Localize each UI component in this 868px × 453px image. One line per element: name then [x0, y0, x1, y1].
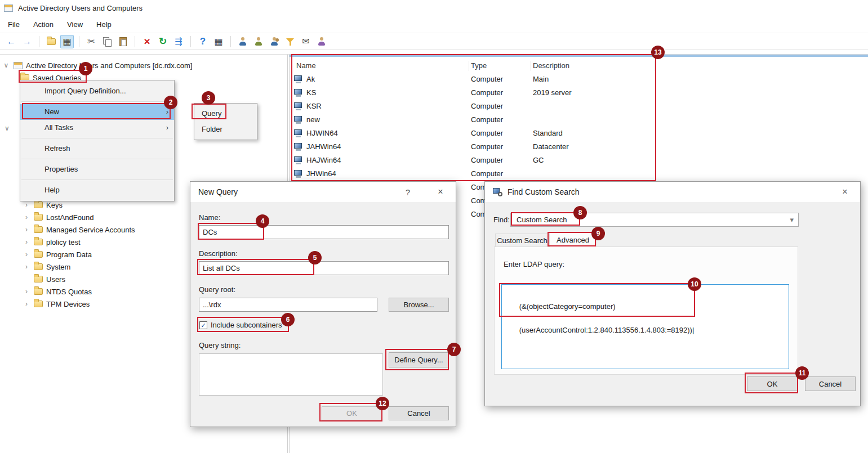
column-divider[interactable] [655, 61, 655, 71]
menu-action[interactable]: Action [26, 17, 60, 32]
delete-icon[interactable]: × [140, 35, 154, 48]
tree-node-label: System [46, 263, 70, 271]
name-input[interactable] [199, 225, 449, 239]
results-top-highlight [290, 55, 868, 57]
checkbox-check-icon[interactable]: ✓ [199, 321, 207, 329]
column-header-type[interactable]: Type [471, 59, 487, 73]
column-divider[interactable] [531, 61, 531, 71]
chevron-collapsed-icon[interactable]: › [23, 201, 30, 209]
cell-name: JAHWin64 [294, 140, 466, 154]
menu-item-properties[interactable]: Properties [20, 162, 174, 177]
find-ok-button[interactable]: OK [747, 376, 798, 391]
menu-item-help[interactable]: Help [20, 182, 174, 198]
person-glyph [239, 37, 247, 46]
find-type-value: Custom Search [517, 216, 567, 224]
toolbar-separator [135, 36, 135, 47]
results-row[interactable]: Ak Computer Main [290, 73, 868, 86]
cell-type: Computer [471, 100, 531, 113]
properties-icon[interactable]: ▦ [212, 35, 225, 48]
menu-item-refresh[interactable]: Refresh [20, 141, 174, 156]
menu-help[interactable]: Help [90, 17, 118, 32]
up-level-icon[interactable] [44, 35, 58, 48]
send-mail-icon[interactable]: ✉ [299, 35, 313, 48]
results-row[interactable]: KS Computer 2019 server [290, 86, 868, 100]
menu-item-label: Help [44, 186, 60, 194]
computer-icon [294, 75, 303, 83]
column-divider[interactable] [469, 61, 469, 71]
refresh-icon[interactable]: ↻ [156, 35, 170, 48]
dialog-help-button[interactable]: ? [401, 187, 415, 197]
include-subcontainers-label: Include subcontainers [211, 321, 282, 329]
cell-type: Computer [471, 127, 531, 140]
new-group-icon[interactable] [268, 35, 281, 48]
results-row[interactable]: HJWIN64 Computer Standard [290, 127, 868, 140]
ldap-query-textarea[interactable]: (&(objectCategory=computer) (userAccount… [501, 284, 789, 369]
back-icon[interactable]: ← [5, 35, 18, 48]
menu-item-label: All Tasks [44, 123, 73, 132]
copy-icon[interactable] [100, 35, 114, 48]
description-label: Description: [199, 249, 238, 258]
submenu-arrow-icon: › [166, 120, 168, 136]
results-row[interactable]: HAJWin64 Computer GC [290, 154, 868, 167]
description-input[interactable] [199, 261, 449, 275]
chevron-collapsed-icon[interactable]: › [23, 263, 30, 271]
new-query-cancel-button[interactable]: Cancel [389, 406, 449, 420]
find-type-dropdown[interactable]: Custom Search ▾ [510, 213, 799, 227]
dialog-close-button[interactable]: × [838, 187, 852, 197]
new-user-icon[interactable] [236, 35, 250, 48]
results-row[interactable]: KSR Computer [290, 100, 868, 113]
menu-item-new[interactable]: New› [20, 104, 174, 120]
browse-button[interactable]: Browse... [389, 298, 449, 312]
menu-item-all-tasks[interactable]: All Tasks› [20, 120, 174, 136]
computer-name: Ak [306, 73, 315, 86]
show-tree-icon[interactable]: ▦ [60, 35, 74, 48]
computer-icon [294, 102, 303, 110]
cut-icon[interactable]: ✂ [84, 35, 98, 48]
tree-root-node[interactable]: ∨ Active Directory Users and Computers [… [0, 59, 287, 71]
find-icon[interactable] [315, 35, 328, 48]
export-list-icon[interactable]: ⇶ [172, 35, 185, 48]
chevron-collapsed-icon[interactable]: › [23, 288, 30, 295]
submenu-item-folder[interactable]: Folder [194, 122, 257, 137]
column-header-description[interactable]: Description [533, 59, 569, 73]
tab-advanced[interactable]: Advanced [549, 232, 597, 247]
chevron-collapsed-icon[interactable]: › [23, 213, 30, 221]
funnel-glyph [286, 38, 294, 46]
tab-custom-search[interactable]: Custom Search [495, 234, 549, 247]
help-icon[interactable]: ? [196, 35, 210, 48]
set-filter-icon[interactable] [283, 35, 297, 48]
chevron-down-icon[interactable]: ▾ [790, 213, 794, 226]
submenu-item-query[interactable]: Query [194, 106, 257, 122]
paste-icon[interactable] [116, 35, 130, 48]
delete-x-glyph: × [144, 36, 150, 47]
menu-file[interactable]: File [1, 17, 26, 32]
dialog-close-button[interactable]: × [433, 187, 448, 197]
scissors-glyph: ✂ [87, 37, 95, 46]
forward-icon[interactable]: → [20, 35, 34, 48]
results-row[interactable]: new Computer [290, 113, 868, 127]
menu-view[interactable]: View [60, 17, 90, 32]
chevron-collapsed-icon[interactable]: › [23, 238, 30, 246]
results-row[interactable]: JHWin64 Computer [290, 167, 868, 181]
person-glyph [255, 37, 262, 46]
name-label: Name: [199, 213, 220, 222]
new-contact-icon[interactable] [252, 35, 265, 48]
chevron-collapsed-icon[interactable]: › [23, 226, 30, 234]
query-root-input[interactable] [199, 298, 377, 312]
chevron-expanded-icon[interactable]: ∨ [2, 61, 10, 69]
chevron-collapsed-icon[interactable]: › [23, 250, 30, 258]
computer-icon [294, 116, 303, 124]
results-row[interactable]: JAHWin64 Computer Datacenter [290, 140, 868, 154]
tree-node-label: Program Data [46, 250, 92, 259]
chevron-collapsed-icon[interactable]: › [23, 300, 30, 308]
menu-item-import-query-definition[interactable]: Import Query Definition... [20, 83, 174, 99]
column-header-name[interactable]: Name [296, 59, 316, 73]
find-cancel-button[interactable]: Cancel [805, 376, 856, 391]
menu-item-label: Refresh [44, 144, 70, 153]
new-query-ok-button[interactable]: OK [322, 406, 382, 420]
include-subcontainers-checkbox[interactable]: ✓ Include subcontainers [199, 321, 282, 329]
define-query-button[interactable]: Define Query... [389, 352, 449, 367]
folder-icon [34, 300, 43, 307]
find-custom-search-dialog: Find Custom Search × Find: Custom Search… [484, 181, 861, 406]
domain-node-chevron[interactable]: ∨ [5, 122, 10, 134]
